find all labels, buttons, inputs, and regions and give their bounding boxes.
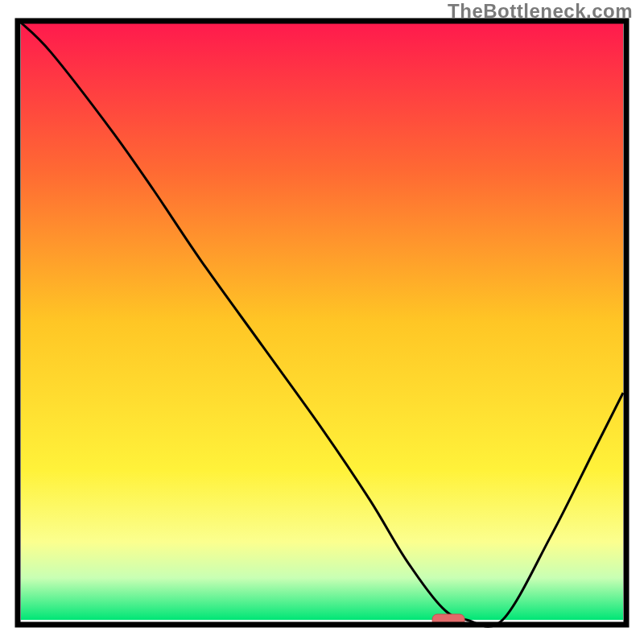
- plot-background: [21, 23, 623, 620]
- bottleneck-chart: TheBottleneck.com: [0, 0, 644, 644]
- chart-svg: [0, 0, 644, 644]
